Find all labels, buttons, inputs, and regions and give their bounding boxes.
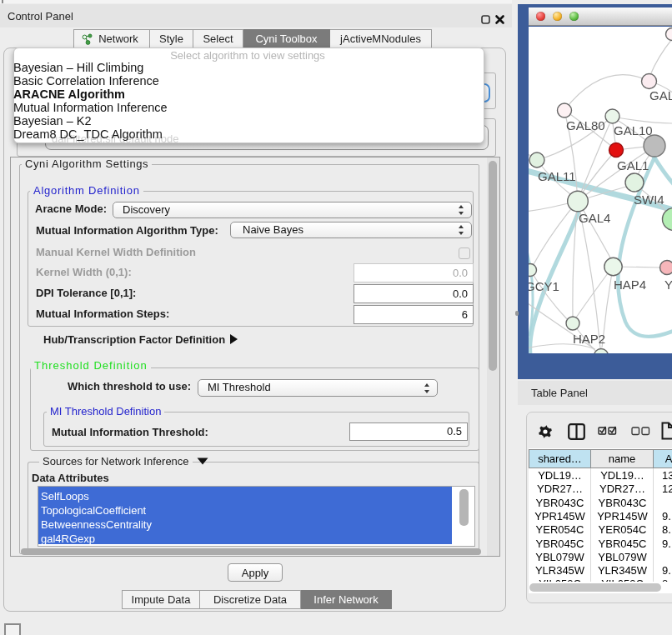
svg-text:SWI4: SWI4 xyxy=(634,192,664,207)
svg-text:HAP4: HAP4 xyxy=(614,278,646,292)
svg-text:HAP2: HAP2 xyxy=(573,332,605,346)
svg-text:GCY1: GCY1 xyxy=(529,279,559,293)
svg-text:GAL4: GAL4 xyxy=(579,211,610,225)
svg-text:GAL11: GAL11 xyxy=(538,169,576,183)
svg-text:YP: YP xyxy=(664,278,672,292)
svg-text:GAL80: GAL80 xyxy=(566,118,605,132)
svg-text:GAL2: GAL2 xyxy=(649,88,672,102)
svg-text:GAL10: GAL10 xyxy=(614,123,653,138)
svg-text:GAL1: GAL1 xyxy=(617,158,649,172)
